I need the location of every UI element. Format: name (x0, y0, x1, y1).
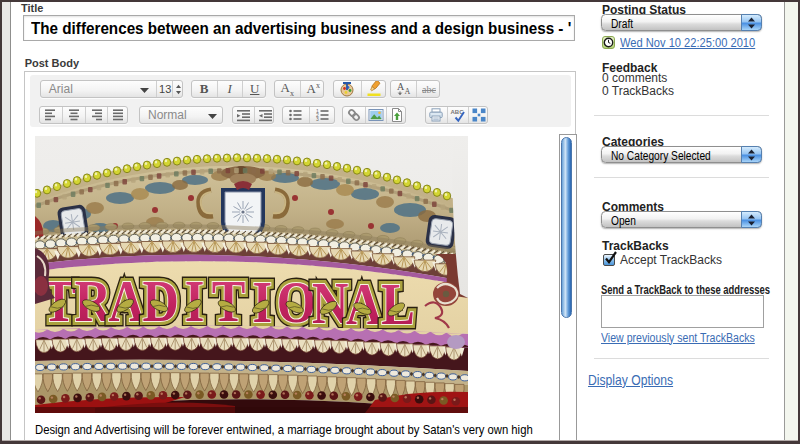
svg-text:A: A (404, 87, 410, 96)
svg-text:T: T (212, 268, 246, 334)
svg-text:A: A (346, 271, 382, 337)
svg-text:3: 3 (316, 116, 319, 122)
svg-text:O: O (277, 269, 316, 335)
svg-text:D: D (143, 268, 179, 334)
svg-text:R: R (75, 268, 112, 334)
